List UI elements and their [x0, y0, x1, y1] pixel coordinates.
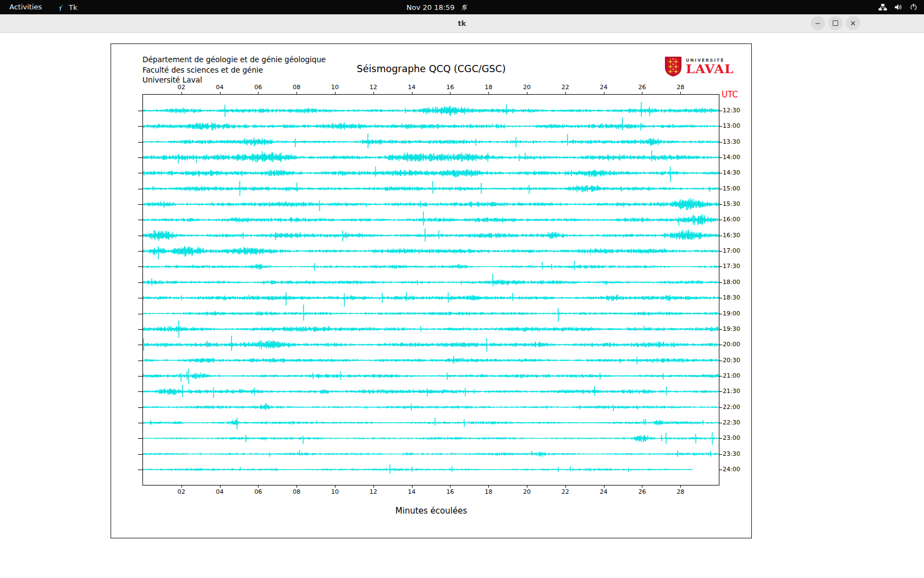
- row-tick-right: [719, 220, 722, 220]
- top-bar: Activities Tk Nov 20 18:59: [0, 0, 924, 14]
- row-tick-right: [719, 314, 722, 314]
- x-tick-mark-top: [642, 92, 642, 94]
- row-tick-left: [138, 142, 142, 143]
- utc-time-label: 21:00: [723, 372, 740, 380]
- x-tick-label-top: 24: [600, 84, 608, 91]
- power-icon: [910, 3, 917, 11]
- x-tick-label-bottom: 26: [638, 488, 646, 495]
- minimize-button[interactable]: −: [811, 16, 825, 30]
- row-tick-left: [138, 173, 142, 173]
- utc-time-label: 19:30: [723, 325, 740, 333]
- row-tick-right: [719, 142, 722, 143]
- utc-time-label: 23:00: [723, 434, 740, 442]
- x-tick-mark-top: [450, 92, 450, 94]
- x-tick-mark-top: [220, 92, 221, 94]
- x-tick-label-top: 04: [216, 84, 224, 91]
- row-tick-right: [719, 329, 722, 330]
- row-tick-left: [138, 220, 142, 220]
- x-tick-mark-top: [258, 92, 258, 94]
- x-tick-mark-top: [527, 92, 527, 94]
- row-tick-left: [138, 266, 142, 267]
- activities-button[interactable]: Activities: [8, 0, 43, 14]
- utc-time-label: 15:30: [723, 200, 740, 208]
- x-tick-mark-bottom: [450, 486, 450, 488]
- close-icon: ✕: [850, 19, 856, 28]
- x-tick-mark-top: [412, 92, 413, 94]
- row-tick-right: [719, 251, 722, 252]
- x-tick-label-top: 02: [178, 84, 185, 91]
- row-tick-right: [719, 282, 722, 283]
- x-tick-label-bottom: 20: [523, 488, 531, 495]
- utc-time-label: 13:30: [723, 138, 740, 146]
- row-tick-left: [138, 282, 142, 283]
- row-tick-left: [138, 189, 142, 189]
- utc-axis-label: UTC: [722, 90, 738, 100]
- row-tick-right: [719, 423, 722, 423]
- maximize-button[interactable]: [828, 16, 843, 30]
- x-tick-label-top: 18: [485, 84, 492, 91]
- row-tick-left: [138, 345, 142, 345]
- utc-time-label: 16:00: [723, 216, 740, 223]
- x-tick-mark-top: [565, 92, 566, 94]
- x-tick-mark-bottom: [335, 486, 336, 488]
- row-tick-right: [719, 173, 722, 173]
- university-laval-logo: UNIVERSITÉ LAVAL: [664, 56, 734, 79]
- utc-time-label: 18:30: [723, 294, 740, 302]
- row-tick-left: [138, 298, 142, 298]
- row-tick-right: [719, 204, 722, 205]
- row-tick-right: [719, 361, 722, 361]
- utc-time-label: 18:00: [723, 279, 740, 286]
- x-tick-label-top: 26: [638, 84, 646, 91]
- notifications-disabled-icon: [461, 4, 468, 11]
- x-tick-label-top: 28: [676, 84, 684, 91]
- row-tick-left: [138, 376, 142, 377]
- system-status-area[interactable]: [878, 0, 917, 14]
- row-tick-left: [138, 454, 142, 455]
- clock-menu[interactable]: Nov 20 18:59: [406, 0, 468, 14]
- x-tick-label-bottom: 04: [216, 488, 224, 495]
- x-tick-mark-bottom: [296, 486, 297, 488]
- x-tick-label-bottom: 16: [446, 488, 454, 495]
- row-tick-right: [719, 111, 722, 111]
- seismogram-canvas: [143, 95, 719, 485]
- row-tick-left: [138, 438, 142, 439]
- logo-wordmark: UNIVERSITÉ LAVAL: [686, 56, 734, 75]
- row-tick-right: [719, 376, 722, 377]
- seismograph-panel: Département de géologie et de génie géol…: [111, 43, 752, 538]
- x-tick-label-bottom: 22: [562, 488, 569, 495]
- row-tick-left: [138, 204, 142, 205]
- window-content: Département de géologie et de génie géol…: [0, 33, 924, 578]
- logo-large-text: LAVAL: [686, 63, 734, 75]
- desktop: Activities Tk Nov 20 18:59: [0, 0, 924, 578]
- window-titlebar[interactable]: tk − ✕: [0, 14, 924, 33]
- row-tick-right: [719, 126, 722, 127]
- utc-time-label: 17:30: [723, 263, 740, 270]
- utc-time-label: 12:30: [723, 107, 740, 114]
- row-tick-left: [138, 111, 142, 111]
- row-tick-right: [719, 236, 722, 236]
- close-button[interactable]: ✕: [846, 16, 860, 30]
- row-tick-left: [138, 361, 142, 361]
- x-tick-mark-bottom: [258, 486, 258, 488]
- utc-time-label: 21:30: [723, 388, 740, 395]
- focused-app-menu[interactable]: Tk: [57, 0, 77, 14]
- network-icon: [878, 3, 887, 11]
- x-tick-mark-bottom: [680, 486, 681, 488]
- x-tick-mark-top: [296, 92, 297, 94]
- row-tick-left: [138, 251, 142, 252]
- x-tick-label-top: 10: [331, 84, 339, 91]
- volume-icon: [894, 3, 903, 11]
- x-tick-mark-bottom: [642, 486, 642, 488]
- tk-icon: [57, 3, 65, 12]
- row-tick-right: [719, 391, 722, 392]
- row-tick-left: [138, 470, 142, 470]
- laval-shield-icon: [664, 56, 682, 79]
- row-tick-right: [719, 157, 722, 158]
- window-title: tk: [0, 14, 924, 32]
- utc-time-label: 23:30: [723, 450, 740, 458]
- x-axis-label: Minutes écoulées: [111, 506, 751, 516]
- x-tick-label-top: 20: [523, 84, 531, 91]
- plot-area: [142, 94, 719, 486]
- utc-time-label: 14:30: [723, 169, 740, 177]
- x-tick-mark-bottom: [220, 486, 221, 488]
